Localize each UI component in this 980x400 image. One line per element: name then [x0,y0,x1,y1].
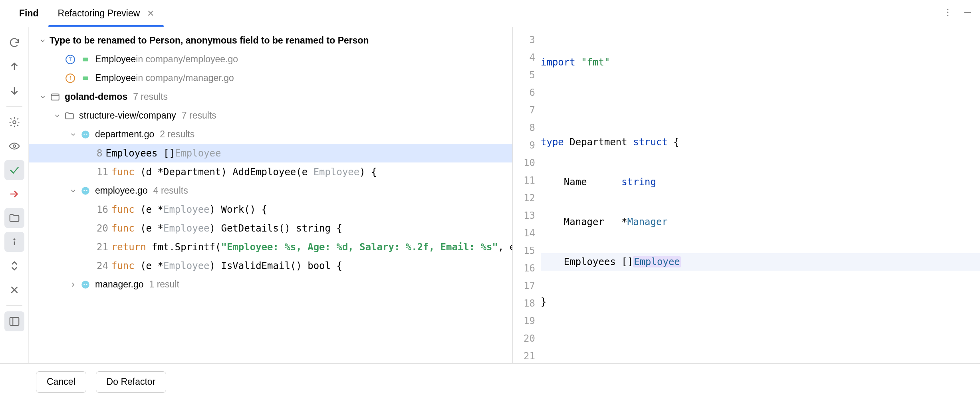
minimize-icon[interactable] [962,7,973,20]
svg-point-16 [83,133,85,135]
preview-icon[interactable] [4,136,24,156]
close-x-icon[interactable] [4,280,24,300]
refresh-icon[interactable] [4,33,24,53]
type-ref-name: Employee [95,54,136,65]
svg-point-17 [86,133,87,135]
usage-row-dep11[interactable]: 11 func (d *Department) AddEmployee(e Em… [29,162,512,181]
file-employee-row[interactable]: employee.go 4 results [29,181,512,200]
svg-point-21 [81,281,89,289]
field-ref-loc: in company/manager.go [136,73,234,83]
line-number: 8 [97,148,102,159]
usage-row-emp21[interactable]: 21 return fmt.Sprintf("Employee: %s, Age… [29,238,512,256]
svg-point-18 [81,187,89,195]
package-row[interactable]: structure-view/company 7 results [29,106,512,125]
settings-icon[interactable] [4,112,24,132]
svg-rect-10 [83,57,88,61]
usage-code: func (e *Employee) GetDetails() string { [111,223,342,234]
svg-rect-7 [10,317,19,325]
editor-preview: 3 4 5 6 7 8 9 10 11 12 13 14 15 16 17 18 [513,27,980,363]
usage-row-emp24[interactable]: 24 func (e *Employee) IsValidEmail() boo… [29,256,512,275]
do-refactor-button[interactable]: Do Refactor [96,371,167,393]
field-icon: f [65,73,76,84]
next-occurrence-icon[interactable] [4,81,24,101]
svg-point-23 [86,283,87,285]
usages-tree-pane: Type to be renamed to Person, anonymous … [29,27,513,363]
go-badge-icon [80,73,91,84]
export-icon[interactable] [4,160,24,180]
tool-window-tabs: Find Refactoring Preview ✕ [0,0,980,27]
usages-tree[interactable]: Type to be renamed to Person, anonymous … [29,31,512,363]
line-number: 20 [97,223,108,234]
go-file-icon [80,279,91,290]
tab-find[interactable]: Find [10,0,48,27]
file-department-row[interactable]: department.go 2 results [29,125,512,144]
chevron-down-icon[interactable] [38,36,47,45]
chevron-down-icon[interactable] [53,111,61,120]
panel-layout-icon[interactable] [4,311,24,331]
svg-rect-14 [51,94,59,100]
file-count: 2 results [160,129,194,140]
more-icon[interactable] [942,7,953,20]
tab-find-label: Find [19,8,39,19]
module-icon [50,91,61,103]
usage-row-emp20[interactable]: 20 func (e *Employee) GetDetails() strin… [29,219,512,238]
chevron-down-icon[interactable] [38,93,47,101]
svg-point-22 [83,283,85,285]
file-name: employee.go [95,185,148,196]
chevron-right-icon[interactable] [69,280,77,289]
tree-header-row[interactable]: Type to be renamed to Person, anonymous … [29,31,512,50]
svg-rect-3 [964,12,971,13]
chevron-down-icon[interactable] [69,130,77,139]
cancel-button[interactable]: Cancel [36,371,86,393]
chevron-down-icon[interactable] [69,186,77,195]
line-number: 16 [97,204,108,215]
package-count: 7 results [182,110,216,121]
line-number: 21 [97,242,108,253]
go-file-icon [80,129,91,140]
svg-text:f: f [69,75,71,81]
package-name: structure-view/company [79,110,176,121]
svg-point-6 [14,239,15,240]
info-icon[interactable] [4,232,24,252]
svg-point-15 [81,131,89,139]
go-badge-icon [80,54,91,65]
file-name: department.go [95,129,154,140]
field-ref-name: Employee [95,73,136,83]
svg-point-4 [13,121,16,124]
usage-row-emp16[interactable]: 16 func (e *Employee) Work() { [29,200,512,219]
usage-code: func (e *Employee) Work() { [111,204,267,215]
usage-code: Employees []Employee [105,148,221,159]
svg-point-19 [83,190,85,191]
expand-collapse-icon[interactable] [4,256,24,276]
usage-code: func (e *Employee) IsValidEmail() bool { [111,260,342,271]
usage-row-dep8[interactable]: 8 Employees []Employee [29,144,512,162]
folder-icon [64,110,75,121]
tab-refactoring-preview[interactable]: Refactoring Preview ✕ [48,0,164,27]
prev-occurrence-icon[interactable] [4,57,24,77]
usage-code: func (d *Department) AddEmployee(e Emplo… [111,166,377,178]
file-manager-row[interactable]: manager.go 1 result [29,275,512,294]
svg-rect-13 [83,76,88,80]
field-ref-row[interactable]: f Employee in company/manager.go [29,69,512,87]
svg-point-20 [86,190,87,191]
tool-sidebar [0,27,29,363]
type-icon: T [65,54,76,65]
svg-point-2 [947,15,948,16]
module-row[interactable]: goland-demos 7 results [29,87,512,106]
close-icon[interactable]: ✕ [147,8,154,19]
type-ref-row[interactable]: T Employee in company/employee.go [29,50,512,69]
svg-point-0 [947,9,948,10]
module-name: goland-demos [65,91,127,102]
import-red-icon[interactable] [4,184,24,204]
editor-code[interactable]: import "fmt" type Department struct { Na… [541,27,980,363]
footer-bar: Cancel Do Refactor [0,363,980,400]
module-count: 7 results [133,91,168,102]
editor-gutter: 3 4 5 6 7 8 9 10 11 12 13 14 15 16 17 18 [513,27,541,363]
line-number: 24 [97,260,108,271]
file-count: 4 results [153,185,188,196]
svg-point-5 [13,145,15,147]
svg-text:T: T [69,56,72,62]
add-folder-icon[interactable] [4,208,24,228]
file-name: manager.go [95,279,143,290]
type-ref-loc: in company/employee.go [136,54,238,65]
